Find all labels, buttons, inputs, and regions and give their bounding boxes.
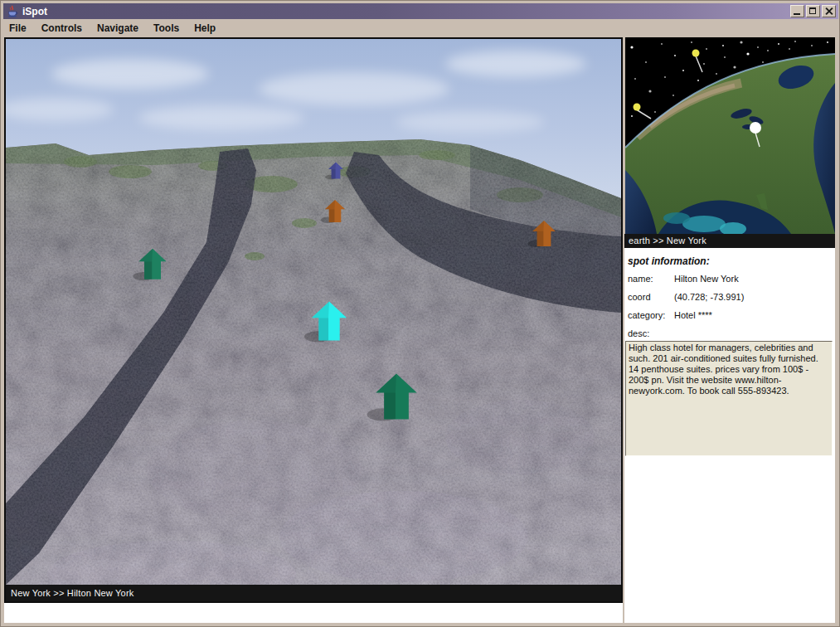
titlebar[interactable]: iSpot (3, 3, 838, 19)
spot-coord-value: (40.728; -73.991) (674, 292, 744, 302)
menu-navigate[interactable]: Navigate (92, 21, 143, 36)
spot-name-value: Hilton New York (674, 274, 739, 284)
spot-info-heading: spot information: (628, 255, 710, 267)
menu-tools[interactable]: Tools (148, 21, 184, 36)
app-window: iSpot File Controls Navigate Tools Help (0, 0, 840, 627)
maximize-button[interactable] (806, 5, 820, 17)
globe-breadcrumb: earth >> New York (624, 234, 835, 248)
spot-desc-textarea[interactable]: High class hotel for managers, celebriti… (625, 341, 833, 456)
minimize-button[interactable] (790, 5, 804, 17)
map-3d-view[interactable]: New York >> Hilton New York (4, 37, 623, 603)
maximize-icon (809, 7, 816, 14)
map-status-bar: New York >> Hilton New York (6, 585, 621, 601)
spot-coord-label: coord (628, 292, 674, 302)
bottom-filler (4, 603, 623, 623)
menu-help[interactable]: Help (189, 21, 221, 36)
spot-info-panel: spot information: name:Hilton New York c… (624, 248, 835, 623)
menu-file[interactable]: File (4, 21, 32, 36)
spot-category-row: category:Hotel **** (628, 310, 712, 320)
java-cup-icon (6, 5, 19, 18)
menu-controls[interactable]: Controls (36, 21, 87, 36)
globe-overview[interactable] (625, 37, 835, 234)
window-title: iSpot (22, 6, 789, 17)
close-icon (824, 7, 833, 16)
menubar: File Controls Navigate Tools Help (4, 20, 226, 36)
close-button[interactable] (822, 5, 836, 17)
spot-name-label: name: (628, 274, 674, 284)
spot-desc-label: desc: (628, 328, 649, 338)
spot-name-row: name:Hilton New York (628, 274, 739, 284)
spot-category-value: Hotel **** (674, 310, 712, 320)
minimize-icon (794, 13, 800, 15)
map-scene[interactable] (6, 39, 621, 585)
spot-coord-row: coord(40.728; -73.991) (628, 292, 744, 302)
spot-category-label: category: (628, 310, 674, 320)
